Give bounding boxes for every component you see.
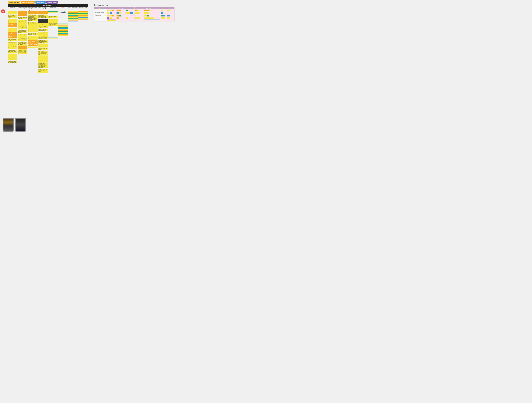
mini-sticky[interactable] — [107, 18, 109, 19]
sticky-note[interactable]: I feel like I was talking to a brick wal… — [18, 46, 27, 49]
sticky-note[interactable]: I just won off the ward and I still just… — [18, 20, 27, 24]
sticky-note[interactable]: wish there was more communication betwee… — [38, 40, 48, 44]
sticky-note-dark[interactable]: I was mentally learning, wondering, want… — [38, 19, 48, 23]
bar — [78, 19, 88, 19]
mini-sticky[interactable] — [116, 18, 119, 19]
sticky-note[interactable]: If there is an attempt to get a care tea… — [38, 63, 48, 68]
mini-sticky[interactable] — [147, 12, 149, 14]
mini-sticky[interactable] — [135, 18, 137, 19]
sticky-note[interactable]: I usually try to get out before I can — [38, 44, 48, 47]
exp-cell — [167, 17, 175, 21]
exp-cell — [167, 9, 175, 12]
mini-sticky[interactable] — [167, 15, 170, 17]
mini-sticky[interactable] — [144, 18, 146, 19]
mini-sticky[interactable] — [116, 12, 119, 14]
sticky-note-standout[interactable]: she's found stuff out mainly herself — [28, 40, 38, 46]
mini-sticky[interactable] — [135, 10, 137, 11]
mini-sticky[interactable] — [147, 10, 149, 11]
sticky-note[interactable]: 4 or 5 times in the last year — [48, 16, 58, 19]
mini-sticky[interactable] — [147, 18, 149, 19]
sticky-note[interactable]: I have chronic pain caused by my sickle … — [38, 11, 48, 14]
sticky-note[interactable]: When I'm doing a lot, my pain gets worse — [18, 34, 27, 37]
sticky-note[interactable]: I was told about everything, I was going… — [38, 14, 48, 18]
mini-sticky[interactable] — [137, 18, 139, 19]
sticky-note[interactable]: one of my triggers is watching my monthl… — [8, 14, 17, 18]
mini-sticky[interactable] — [161, 15, 163, 17]
mini-sticky[interactable] — [167, 18, 170, 19]
mini-sticky[interactable] — [107, 10, 109, 11]
sticky-note[interactable]: I used to pain clinic by the haematology… — [28, 22, 38, 26]
sticky-note[interactable]: when I'm in so much pain I forget — [38, 48, 48, 50]
sticky-note[interactable]: ★ — [28, 47, 38, 48]
sticky-note[interactable]: Trying to see if there's anything I can … — [28, 14, 38, 21]
mini-sticky[interactable] — [126, 10, 128, 11]
sticky-note[interactable]: my GP, no they're very busy, last few mo… — [18, 42, 27, 45]
mini-sticky[interactable] — [161, 12, 163, 14]
mini-sticky[interactable] — [110, 15, 112, 17]
mini-sticky[interactable] — [110, 18, 112, 19]
mini-sticky[interactable] — [137, 10, 139, 11]
mini-sticky[interactable] — [137, 12, 139, 14]
mini-sticky[interactable] — [110, 12, 112, 14]
mini-sticky[interactable] — [119, 10, 121, 11]
mini-sticky[interactable] — [112, 15, 114, 17]
mini-sticky[interactable] — [147, 15, 149, 17]
sticky-note[interactable]: Diagnosis was delayed, some could be loo… — [18, 30, 27, 33]
mini-sticky[interactable] — [130, 12, 133, 14]
mini-sticky[interactable] — [144, 10, 146, 11]
sticky-note[interactable]: If that was all in one place, I wouldn't… — [38, 51, 48, 56]
sticky-note[interactable]: Hospital portal arrived. So I want mostl… — [18, 24, 27, 29]
tag-summary[interactable]: SUMMARY NOTE — [46, 1, 58, 4]
sticky-note[interactable]: I was born with it, knew something was w… — [18, 50, 27, 54]
sticky-note[interactable]: I don't really know what is the cause of… — [28, 32, 38, 35]
mini-sticky[interactable] — [119, 12, 121, 14]
mini-sticky[interactable] — [167, 10, 170, 11]
sticky-note[interactable]: When I'm feeling really good, I also use… — [8, 45, 17, 49]
mini-sticky[interactable] — [161, 10, 163, 11]
sticky-note[interactable]: half of health portal, I use it to keep … — [18, 38, 27, 41]
mini-sticky[interactable] — [144, 15, 146, 17]
mini-sticky[interactable] — [161, 18, 163, 19]
mini-sticky[interactable] — [163, 18, 165, 19]
sticky-note[interactable]: in pain is so awful you can't do anythin… — [38, 29, 48, 31]
sticky-note[interactable]: I would be sleeping, being at home and b… — [38, 35, 48, 39]
sticky-note[interactable]: Pain clinic for my chronic pain — [28, 11, 38, 14]
sticky-note[interactable]: as I normally read about this while the … — [38, 23, 48, 28]
sticky-note[interactable]: There's no good plan after clinic appoin… — [8, 57, 17, 60]
sticky-note[interactable]: I feel so much pressure so I just go to … — [8, 54, 17, 57]
sticky-note[interactable]: if I don't feel well but not too ill, I'… — [48, 19, 58, 22]
sticky-note[interactable]: bought pain at all the time, but when yo… — [28, 26, 38, 32]
mini-sticky[interactable] — [144, 12, 146, 14]
mini-sticky[interactable] — [149, 10, 151, 11]
sticky-note[interactable]: all I'd experience have been from purcha… — [8, 19, 17, 23]
sticky-note[interactable]: I do just visiting all the time, between… — [38, 32, 48, 35]
mini-sticky[interactable] — [107, 15, 109, 17]
sticky-note-standout[interactable]: So I tried everything — [8, 23, 17, 27]
sticky-note[interactable]: I was treated as a baby but it didn't sh… — [8, 11, 17, 14]
tag-technology[interactable]: TECHNOLOGY — [35, 1, 45, 4]
mini-sticky[interactable] — [116, 10, 119, 11]
sticky-note[interactable]: Sleeping in the middle of the night and … — [48, 22, 58, 26]
mini-sticky[interactable] — [149, 18, 151, 19]
tag-standout[interactable]: Stand out statements — [21, 1, 35, 4]
mini-sticky[interactable] — [107, 12, 109, 14]
mini-sticky[interactable] — [128, 12, 130, 14]
tag-contextual[interactable]: CONTEXTUAL INFO — [8, 1, 20, 4]
mini-sticky[interactable] — [112, 10, 114, 11]
sticky-note[interactable]: just went on the injection for a cycle — [18, 17, 27, 19]
mini-sticky[interactable] — [135, 12, 137, 14]
sticky-note[interactable]: I want to try and track everything, see … — [8, 50, 17, 53]
mini-sticky[interactable] — [110, 10, 112, 11]
mini-sticky[interactable] — [116, 15, 119, 17]
sticky-note[interactable]: I need to be remembered as a person, not… — [38, 69, 48, 73]
sticky-note[interactable]: Sometimes you go to the hospital and it'… — [38, 56, 48, 62]
sticky-note[interactable]: I tried to explain our team things curre… — [8, 28, 17, 32]
sticky-note[interactable]: I'm just going on day to day just doing … — [8, 61, 17, 63]
mini-sticky[interactable] — [126, 12, 128, 14]
mini-sticky[interactable] — [163, 15, 165, 17]
sticky-note[interactable]: referred to pain clinic by the haematolo… — [28, 36, 38, 40]
mini-sticky[interactable] — [152, 18, 154, 19]
sticky-note[interactable]: Moving from area to another is so diffic… — [18, 11, 27, 16]
mini-sticky[interactable] — [119, 15, 121, 17]
mini-sticky[interactable] — [126, 18, 128, 19]
